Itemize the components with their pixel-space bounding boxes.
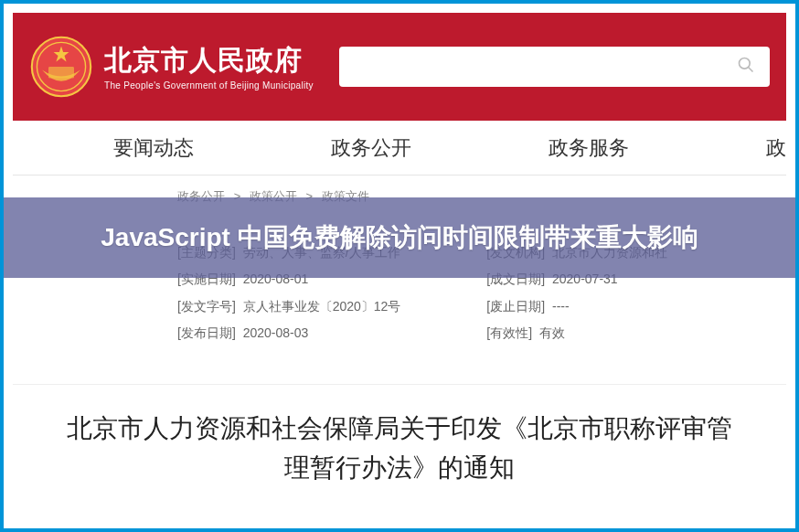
nav-item-news[interactable]: 要闻动态 <box>113 134 194 162</box>
meta-row: [发文字号] 京人社事业发〔2020〕12号 <box>177 293 450 320</box>
svg-point-4 <box>740 59 751 69</box>
meta-row: [废止日期] ---- <box>486 293 667 320</box>
meta-row: [有效性] 有效 <box>486 320 667 346</box>
site-title-en: The People's Government of Beijing Munic… <box>104 80 314 90</box>
document-title: 北京市人力资源和社会保障局关于印发《北京市职称评审管理暂行办法》的通知 <box>59 409 740 488</box>
meta-row: [发布日期] 2020-08-03 <box>177 320 450 346</box>
site-header: 北京市人民政府 The People's Government of Beiji… <box>13 13 786 121</box>
svg-rect-3 <box>48 67 74 79</box>
nav-item-partial[interactable]: 政 <box>766 134 786 162</box>
site-title-block: 北京市人民政府 The People's Government of Beiji… <box>104 44 314 90</box>
national-emblem-icon <box>29 35 93 99</box>
svg-line-5 <box>749 68 753 72</box>
document-title-area: 北京市人力资源和社会保障局关于印发《北京市职称评审管理暂行办法》的通知 <box>13 384 786 488</box>
nav-item-gov-service[interactable]: 政务服务 <box>549 134 629 162</box>
meta-value: ---- <box>552 299 570 314</box>
nav-item-gov-open[interactable]: 政务公开 <box>331 134 411 162</box>
main-nav: 要闻动态 政务公开 政务服务 政 <box>13 121 786 176</box>
overlay-text: JavaScript 中国免费解除访问时间限制带来重大影响 <box>101 220 698 255</box>
meta-value: 2020-08-03 <box>243 325 309 340</box>
site-title-cn: 北京市人民政府 <box>104 44 314 77</box>
search-input[interactable] <box>339 47 770 87</box>
meta-value: 京人社事业发〔2020〕12号 <box>243 299 401 314</box>
meta-label: [发布日期] <box>177 325 236 340</box>
meta-label: [废止日期] <box>486 299 545 314</box>
search-icon <box>737 56 755 78</box>
meta-label: [有效性] <box>486 325 532 340</box>
page-frame: 北京市人民政府 The People's Government of Beiji… <box>0 0 799 532</box>
overlay-banner: JavaScript 中国免费解除访问时间限制带来重大影响 <box>4 197 795 278</box>
meta-label: [发文字号] <box>177 299 236 314</box>
meta-value: 有效 <box>539 325 565 340</box>
